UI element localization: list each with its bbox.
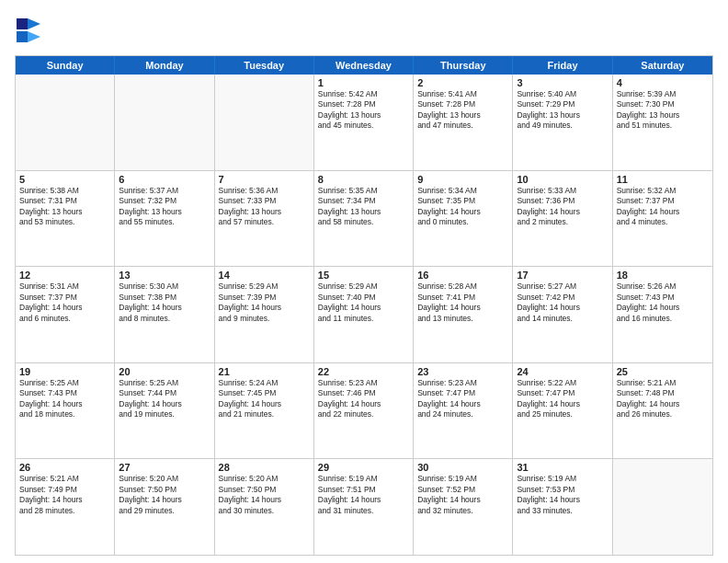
day-info: Sunrise: 5:19 AMSunset: 7:53 PMDaylight:… <box>517 474 608 516</box>
table-row: 31Sunrise: 5:19 AMSunset: 7:53 PMDayligh… <box>513 459 612 555</box>
day-info: Sunrise: 5:34 AMSunset: 7:35 PMDaylight:… <box>417 186 508 228</box>
table-row <box>215 75 314 170</box>
calendar-week-row: 5Sunrise: 5:38 AMSunset: 7:31 PMDaylight… <box>16 170 712 267</box>
day-number: 2 <box>417 77 508 88</box>
day-number: 12 <box>19 270 110 281</box>
table-row: 25Sunrise: 5:21 AMSunset: 7:48 PMDayligh… <box>613 363 712 459</box>
day-info: Sunrise: 5:27 AMSunset: 7:42 PMDaylight:… <box>517 282 608 324</box>
day-info: Sunrise: 5:42 AMSunset: 7:28 PMDaylight:… <box>318 89 409 132</box>
day-number: 23 <box>417 366 508 377</box>
day-number: 28 <box>219 462 310 473</box>
table-row: 15Sunrise: 5:29 AMSunset: 7:40 PMDayligh… <box>314 267 414 362</box>
day-of-week-header: Saturday <box>613 56 712 75</box>
day-info: Sunrise: 5:35 AMSunset: 7:34 PMDaylight:… <box>318 186 409 228</box>
day-number: 14 <box>219 270 310 281</box>
day-number: 15 <box>318 270 409 281</box>
day-info: Sunrise: 5:20 AMSunset: 7:50 PMDaylight:… <box>119 474 210 516</box>
table-row <box>16 75 115 170</box>
logo <box>15 15 44 48</box>
day-number: 1 <box>318 77 409 88</box>
table-row: 23Sunrise: 5:23 AMSunset: 7:47 PMDayligh… <box>414 363 513 459</box>
calendar-week-row: 12Sunrise: 5:31 AMSunset: 7:37 PMDayligh… <box>16 266 712 362</box>
day-info: Sunrise: 5:33 AMSunset: 7:36 PMDaylight:… <box>517 186 608 228</box>
day-number: 20 <box>119 366 210 377</box>
table-row: 21Sunrise: 5:24 AMSunset: 7:45 PMDayligh… <box>215 363 314 459</box>
table-row: 5Sunrise: 5:38 AMSunset: 7:31 PMDaylight… <box>16 171 115 267</box>
table-row: 12Sunrise: 5:31 AMSunset: 7:37 PMDayligh… <box>16 267 115 362</box>
table-row: 20Sunrise: 5:25 AMSunset: 7:44 PMDayligh… <box>115 363 214 459</box>
table-row: 19Sunrise: 5:25 AMSunset: 7:43 PMDayligh… <box>16 363 115 459</box>
day-info: Sunrise: 5:23 AMSunset: 7:47 PMDaylight:… <box>417 378 508 420</box>
table-row: 26Sunrise: 5:21 AMSunset: 7:49 PMDayligh… <box>16 459 115 555</box>
table-row: 24Sunrise: 5:22 AMSunset: 7:47 PMDayligh… <box>513 363 612 459</box>
table-row: 27Sunrise: 5:20 AMSunset: 7:50 PMDayligh… <box>115 459 214 555</box>
table-row: 2Sunrise: 5:41 AMSunset: 7:28 PMDaylight… <box>414 75 513 170</box>
day-number: 25 <box>617 366 709 377</box>
day-number: 31 <box>517 462 608 473</box>
day-number: 9 <box>417 174 508 185</box>
table-row: 10Sunrise: 5:33 AMSunset: 7:36 PMDayligh… <box>513 171 612 267</box>
calendar-week-row: 19Sunrise: 5:25 AMSunset: 7:43 PMDayligh… <box>16 362 712 459</box>
day-info: Sunrise: 5:21 AMSunset: 7:48 PMDaylight:… <box>617 378 709 420</box>
table-row: 14Sunrise: 5:29 AMSunset: 7:39 PMDayligh… <box>215 267 314 362</box>
day-number: 22 <box>318 366 409 377</box>
calendar-week-row: 1Sunrise: 5:42 AMSunset: 7:28 PMDaylight… <box>16 75 712 170</box>
table-row: 3Sunrise: 5:40 AMSunset: 7:29 PMDaylight… <box>513 75 612 170</box>
logo-icon <box>15 15 44 48</box>
table-row: 9Sunrise: 5:34 AMSunset: 7:35 PMDaylight… <box>414 171 513 267</box>
day-number: 16 <box>417 270 508 281</box>
day-number: 3 <box>517 77 608 88</box>
day-number: 18 <box>617 270 709 281</box>
calendar-week-row: 26Sunrise: 5:21 AMSunset: 7:49 PMDayligh… <box>16 458 712 555</box>
day-of-week-header: Friday <box>513 56 612 75</box>
day-number: 11 <box>617 174 709 185</box>
day-number: 30 <box>417 462 508 473</box>
table-row: 18Sunrise: 5:26 AMSunset: 7:43 PMDayligh… <box>613 267 712 362</box>
calendar-header-row: SundayMondayTuesdayWednesdayThursdayFrid… <box>16 56 712 75</box>
day-info: Sunrise: 5:40 AMSunset: 7:29 PMDaylight:… <box>517 89 608 132</box>
day-number: 10 <box>517 174 608 185</box>
day-number: 6 <box>119 174 210 185</box>
day-number: 13 <box>119 270 210 281</box>
day-number: 7 <box>219 174 310 185</box>
day-info: Sunrise: 5:32 AMSunset: 7:37 PMDaylight:… <box>617 186 709 228</box>
day-info: Sunrise: 5:22 AMSunset: 7:47 PMDaylight:… <box>517 378 608 420</box>
day-number: 8 <box>318 174 409 185</box>
day-info: Sunrise: 5:26 AMSunset: 7:43 PMDaylight:… <box>617 282 709 324</box>
svg-rect-1 <box>17 31 28 42</box>
day-info: Sunrise: 5:29 AMSunset: 7:39 PMDaylight:… <box>219 282 310 324</box>
day-of-week-header: Monday <box>115 56 214 75</box>
table-row: 4Sunrise: 5:39 AMSunset: 7:30 PMDaylight… <box>613 75 712 170</box>
table-row: 1Sunrise: 5:42 AMSunset: 7:28 PMDaylight… <box>314 75 414 170</box>
table-row: 8Sunrise: 5:35 AMSunset: 7:34 PMDaylight… <box>314 171 414 267</box>
table-row <box>613 459 712 555</box>
day-info: Sunrise: 5:21 AMSunset: 7:49 PMDaylight:… <box>19 474 110 516</box>
day-info: Sunrise: 5:30 AMSunset: 7:38 PMDaylight:… <box>119 282 210 324</box>
header <box>15 15 713 48</box>
day-info: Sunrise: 5:19 AMSunset: 7:51 PMDaylight:… <box>318 474 409 516</box>
calendar: SundayMondayTuesdayWednesdayThursdayFrid… <box>15 55 713 556</box>
svg-marker-3 <box>28 31 40 42</box>
day-info: Sunrise: 5:41 AMSunset: 7:28 PMDaylight:… <box>417 89 508 132</box>
day-info: Sunrise: 5:38 AMSunset: 7:31 PMDaylight:… <box>19 186 110 228</box>
day-of-week-header: Wednesday <box>314 56 414 75</box>
day-of-week-header: Tuesday <box>215 56 314 75</box>
day-number: 5 <box>19 174 110 185</box>
table-row: 30Sunrise: 5:19 AMSunset: 7:52 PMDayligh… <box>414 459 513 555</box>
page: SundayMondayTuesdayWednesdayThursdayFrid… <box>0 0 728 563</box>
day-info: Sunrise: 5:25 AMSunset: 7:43 PMDaylight:… <box>19 378 110 420</box>
table-row: 11Sunrise: 5:32 AMSunset: 7:37 PMDayligh… <box>613 171 712 267</box>
day-info: Sunrise: 5:23 AMSunset: 7:46 PMDaylight:… <box>318 378 409 420</box>
day-number: 17 <box>517 270 608 281</box>
table-row: 22Sunrise: 5:23 AMSunset: 7:46 PMDayligh… <box>314 363 414 459</box>
day-info: Sunrise: 5:28 AMSunset: 7:41 PMDaylight:… <box>417 282 508 324</box>
day-info: Sunrise: 5:24 AMSunset: 7:45 PMDaylight:… <box>219 378 310 420</box>
day-number: 29 <box>318 462 409 473</box>
day-number: 26 <box>19 462 110 473</box>
day-info: Sunrise: 5:20 AMSunset: 7:50 PMDaylight:… <box>219 474 310 516</box>
table-row: 17Sunrise: 5:27 AMSunset: 7:42 PMDayligh… <box>513 267 612 362</box>
day-info: Sunrise: 5:39 AMSunset: 7:30 PMDaylight:… <box>617 89 709 132</box>
day-number: 4 <box>617 77 709 88</box>
day-number: 21 <box>219 366 310 377</box>
svg-rect-0 <box>17 18 28 29</box>
